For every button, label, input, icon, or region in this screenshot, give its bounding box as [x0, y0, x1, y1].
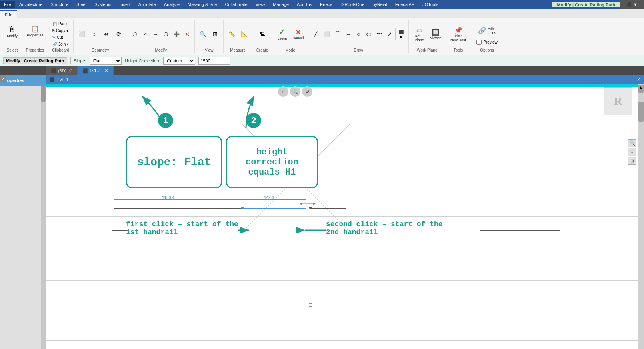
view-rotate-button[interactable]: ↺	[302, 86, 312, 97]
menu-eneca-ap[interactable]: Eneca AP	[391, 1, 418, 8]
edit-joins-button[interactable]: 🔗 EditJoins	[476, 24, 498, 38]
mod-btn2[interactable]: ↗	[140, 29, 150, 39]
nav-cube[interactable]: R	[604, 87, 636, 119]
menu-pyrevit[interactable]: pyRevit	[368, 1, 391, 8]
tab-lvl1[interactable]: ⬛ LVL-1 ✕	[78, 66, 114, 75]
menu-manage[interactable]: Manage	[269, 1, 293, 8]
left-panel: Properties ✕	[0, 75, 46, 349]
viewer-icon: 🔲	[432, 28, 440, 36]
tick-left	[114, 206, 114, 211]
view-btn2[interactable]: ⊞	[210, 28, 221, 40]
panel-close-button[interactable]: ✕	[0, 75, 6, 82]
tab-3d[interactable]: ⬛ (3D) 📌	[46, 66, 78, 75]
mod-btn6[interactable]: ✕	[182, 29, 192, 39]
edit-joins-icon: 🔗	[478, 27, 486, 34]
group-workplane: ▭ RefPlane 🔲 Viewer Work Plane	[409, 20, 446, 53]
ref-plane-button[interactable]: ▭ RefPlane	[411, 24, 427, 44]
join-button[interactable]: 🔗 Join ▾	[50, 41, 71, 47]
group-mode: ✓ Finish ✕ Cancel Mode	[272, 20, 308, 53]
measure-btn2[interactable]: 📐	[238, 28, 250, 40]
menu-insert[interactable]: Insert	[115, 1, 134, 8]
menu-systems[interactable]: Systems	[90, 1, 115, 8]
menu-analyze[interactable]: Analyze	[160, 1, 184, 8]
draw-rect[interactable]: ⬜	[321, 28, 332, 40]
draw-preview-toggle[interactable]: ⬛▲	[396, 28, 406, 40]
drawing-canvas[interactable]: 1150.4 149.6 slope: Flat height correcti…	[46, 84, 638, 349]
group-measure: 📏 📐 Measure	[224, 20, 252, 53]
scroll-thumb[interactable]	[638, 102, 644, 122]
tab-close-button[interactable]: ✕	[104, 68, 108, 74]
slope-select[interactable]: Flat Sloped	[90, 57, 122, 65]
ribbon: File 🖱 Modify Select 📋 Properties Proper…	[0, 9, 644, 55]
value-input[interactable]	[198, 57, 230, 65]
tab-file[interactable]: File	[0, 10, 17, 18]
height-correction-select[interactable]: Custom H1 H2	[163, 57, 195, 65]
menu-file[interactable]: File	[0, 1, 15, 8]
viewport-close-button[interactable]: ✕	[637, 77, 641, 82]
left-scrollbar[interactable]	[41, 86, 46, 349]
modify-button[interactable]: 🖱 Modify	[5, 21, 20, 42]
properties-button[interactable]: 📋 Properties	[25, 21, 45, 42]
preview-checkbox[interactable]	[476, 40, 482, 45]
geometry-btn4[interactable]: ⟳	[113, 28, 124, 40]
cancel-mode-button[interactable]: ✕ Cancel	[290, 24, 306, 44]
menu-jotools[interactable]: JOTools	[418, 1, 442, 8]
group-clipboard: 📋 Paste ⎘ Copy ▾ ✂ Cut 🔗 Join ▾ Clipboar…	[48, 20, 74, 53]
draw-arc1[interactable]: ⌒	[333, 28, 342, 40]
draw-ellipse[interactable]: ⬭	[364, 28, 374, 40]
draw-spline[interactable]: 〜	[374, 28, 384, 40]
mod-btn3[interactable]: ↔	[150, 29, 160, 39]
draw-line[interactable]: ╱	[311, 28, 320, 40]
menu-annotate[interactable]: Annotate	[134, 1, 160, 8]
view-zoom-button[interactable]: 🔍	[290, 86, 300, 97]
context-bar: Modify | Create Railing Path Slope: Flat…	[0, 55, 644, 66]
dim-left-tick	[114, 197, 114, 201]
zoom-out-button[interactable]: -	[628, 148, 636, 156]
zoom-controls: 🔍 - ⊞	[628, 139, 636, 165]
menu-eneca[interactable]: Eneca	[316, 1, 336, 8]
finish-button[interactable]: ✓ Finish	[275, 24, 289, 44]
group-options-label: Options	[480, 47, 494, 52]
menu-diroots[interactable]: DiRootsOne	[336, 1, 368, 8]
grid-v1	[114, 84, 114, 349]
menu-structure[interactable]: Structure	[46, 1, 72, 8]
scroll-up-arrow[interactable]: ▲	[638, 85, 644, 93]
mod-btn4[interactable]: ⬡	[161, 29, 170, 39]
cut-icon: ✂	[52, 35, 56, 40]
geometry-btn1[interactable]: ⬜	[76, 28, 87, 40]
menu-architecture[interactable]: Architecture	[15, 1, 47, 8]
zoom-fit-button[interactable]: ⊞	[628, 157, 636, 165]
handle-sq2	[309, 303, 312, 307]
copy-button[interactable]: ⎘ Copy ▾	[50, 28, 70, 34]
menu-view[interactable]: View	[252, 1, 269, 8]
paste-button[interactable]: 📋 Paste	[50, 21, 71, 27]
horiz-line-left	[112, 230, 127, 231]
group-create: 🏗 Create	[252, 20, 272, 53]
viewer-button[interactable]: 🔲 Viewer	[428, 24, 443, 44]
viewport-tabs: ⬛ (3D) 📌 ⬛ LVL-1 ✕	[0, 66, 644, 75]
grid-h3	[46, 280, 638, 281]
draw-circle[interactable]: ○	[354, 28, 363, 40]
draw-arc2[interactable]: ⌣	[343, 28, 353, 40]
menu-addins[interactable]: Add-Ins	[293, 1, 316, 8]
paste-icon: 📋	[52, 22, 57, 26]
cut-button[interactable]: ✂ Cut	[50, 34, 65, 40]
menu-massing[interactable]: Massing & Site	[184, 1, 221, 8]
menu-collaborate[interactable]: Collaborate	[221, 1, 251, 8]
group-select-label: Select	[7, 47, 18, 52]
geometry-btn2[interactable]: ↕	[88, 28, 100, 40]
mod-btn5[interactable]: ➕	[171, 29, 182, 39]
view-btn1[interactable]: 🔍	[197, 28, 208, 40]
dim-right-tick2	[306, 197, 306, 201]
measure-btn1[interactable]: 📏	[226, 28, 237, 40]
create-btn1[interactable]: 🏗	[255, 24, 270, 44]
draw-pick[interactable]: ↗	[385, 28, 394, 40]
geometry-btn3[interactable]: ⇔	[101, 28, 112, 40]
mod-btn1[interactable]: ⬡	[130, 29, 139, 39]
zoom-in-button[interactable]: 🔍	[628, 139, 636, 147]
pick-new-host-button[interactable]: 📌 PickNew Host	[448, 24, 468, 44]
height-correction-label: Height Correction:	[125, 58, 160, 63]
menu-steel[interactable]: Steel	[72, 1, 90, 8]
right-scrollbar[interactable]: ▲ ▼	[638, 84, 644, 349]
view-home-button[interactable]: ⌂	[278, 86, 288, 97]
